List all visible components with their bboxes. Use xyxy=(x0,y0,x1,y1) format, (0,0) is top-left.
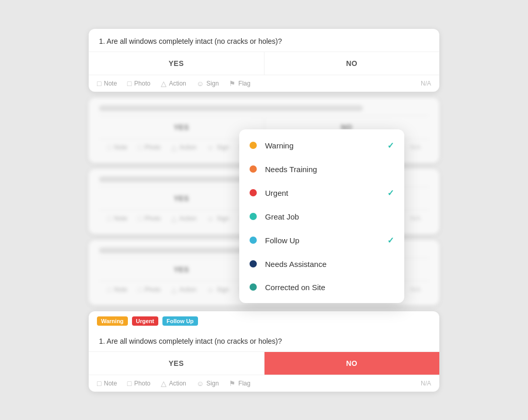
dot-great-job xyxy=(250,213,257,220)
action-action[interactable]: △ Action xyxy=(161,79,186,88)
photo-icon-bottom: □ xyxy=(127,379,131,388)
no-button-bottom[interactable]: NO xyxy=(265,352,440,375)
flag-icon: ⚑ xyxy=(229,79,236,88)
action-action-bottom[interactable]: △ Action xyxy=(161,379,186,388)
check-warning: ✓ xyxy=(387,141,394,150)
note-action[interactable]: □ Note xyxy=(97,79,117,88)
dot-needs-assistance xyxy=(250,260,257,267)
dropdown-item-warning[interactable]: Warning ✓ xyxy=(239,133,404,158)
yes-button-bottom[interactable]: YES xyxy=(89,352,265,375)
check-follow-up: ✓ xyxy=(387,236,394,245)
dropdown-item-needs-assistance[interactable]: Needs Assistance xyxy=(239,253,404,276)
action-label-bottom: Action xyxy=(169,380,186,387)
dot-needs-training xyxy=(250,165,257,173)
flag-label: Flag xyxy=(238,80,250,87)
sign-label-bottom: Sign xyxy=(206,380,219,387)
toolbar-1: □ Note □ Photo △ Action ☺ Sign ⚑ Flag N/… xyxy=(89,75,439,92)
label-urgent: Urgent xyxy=(265,189,387,197)
tag-urgent: Urgent xyxy=(132,316,158,326)
label-warning: Warning xyxy=(265,141,387,150)
yes-no-row-1: YES NO xyxy=(89,52,439,75)
dot-corrected xyxy=(250,283,257,291)
na-label-bottom: N/A xyxy=(421,380,431,387)
label-needs-training: Needs Training xyxy=(265,165,394,174)
sign-label: Sign xyxy=(206,80,219,87)
note-label: Note xyxy=(104,80,117,87)
sign-action-bottom[interactable]: ☺ Sign xyxy=(196,379,219,388)
tag-warning: Warning xyxy=(97,316,128,326)
sign-icon-bottom: ☺ xyxy=(196,379,204,388)
toolbar-bottom: □ Note □ Photo △ Action ☺ Sign ⚑ Flag N/… xyxy=(89,375,439,392)
label-great-job: Great Job xyxy=(265,212,394,221)
photo-icon: □ xyxy=(127,79,131,88)
sign-icon: ☺ xyxy=(196,79,204,88)
yes-button-1[interactable]: YES xyxy=(89,52,265,75)
photo-label: Photo xyxy=(134,80,150,87)
dropdown-item-needs-training[interactable]: Needs Training xyxy=(239,158,404,181)
no-button-1[interactable]: NO xyxy=(265,52,440,75)
note-icon-bottom: □ xyxy=(97,379,101,388)
flag-label-bottom: Flag xyxy=(238,380,250,387)
label-needs-assistance: Needs Assistance xyxy=(265,260,394,268)
flag-action[interactable]: ⚑ Flag xyxy=(229,79,250,88)
question-1: 1. Are all windows completely intact (no… xyxy=(89,29,439,52)
note-label-bottom: Note xyxy=(104,380,117,387)
sign-action[interactable]: ☺ Sign xyxy=(196,79,219,88)
card-1: 1. Are all windows completely intact (no… xyxy=(89,29,439,92)
dropdown-item-great-job[interactable]: Great Job xyxy=(239,205,404,228)
note-icon: □ xyxy=(97,79,101,88)
dot-follow-up xyxy=(250,237,257,244)
dot-warning xyxy=(250,142,257,149)
action-label: Action xyxy=(169,80,186,87)
tag-followup: Follow Up xyxy=(162,316,198,326)
photo-action-bottom[interactable]: □ Photo xyxy=(127,379,151,388)
yes-no-row-bottom: YES NO xyxy=(89,351,439,375)
question-bottom: 1. Are all windows completely intact (no… xyxy=(89,329,439,351)
flag-icon-bottom: ⚑ xyxy=(229,379,236,388)
flag-dropdown: Warning ✓ Needs Training Urgent ✓ Great … xyxy=(239,129,404,303)
na-label-1: N/A xyxy=(421,80,431,87)
dropdown-item-follow-up[interactable]: Follow Up ✓ xyxy=(239,228,404,253)
action-icon: △ xyxy=(161,79,167,88)
dropdown-item-corrected[interactable]: Corrected on Site xyxy=(239,276,404,299)
note-action-bottom[interactable]: □ Note xyxy=(97,379,117,388)
photo-action[interactable]: □ Photo xyxy=(127,79,151,88)
check-urgent: ✓ xyxy=(387,188,394,198)
dot-urgent xyxy=(250,189,257,196)
page-container: 1. Are all windows completely intact (no… xyxy=(89,29,439,392)
action-icon-bottom: △ xyxy=(161,379,167,388)
label-follow-up: Follow Up xyxy=(265,236,387,245)
tags-row: Warning Urgent Follow Up xyxy=(89,311,439,329)
flag-action-bottom[interactable]: ⚑ Flag xyxy=(229,379,250,388)
photo-label-bottom: Photo xyxy=(134,380,150,387)
card-bottom: Warning Urgent Follow Up 1. Are all wind… xyxy=(89,311,439,392)
dropdown-item-urgent[interactable]: Urgent ✓ xyxy=(239,181,404,205)
label-corrected: Corrected on Site xyxy=(265,283,394,292)
